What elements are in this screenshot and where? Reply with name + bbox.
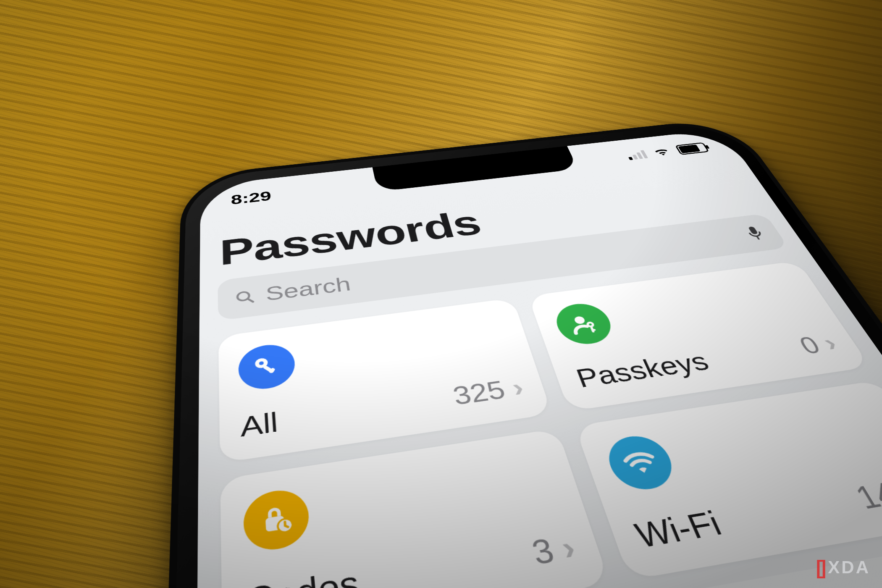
person-key-icon [551,301,618,347]
phone-body: 8:29 Passwords [0,117,882,588]
key-icon [238,342,297,393]
wifi-status-icon [651,147,672,157]
tile-codes-count: 3 [528,531,559,573]
watermark: [] XDA [816,556,870,579]
status-indicators [625,142,709,161]
tile-grid: All 325 › Passkeys [218,261,882,588]
tile-wifi[interactable]: Wi-Fi 145 › [575,380,882,580]
chevron-right-icon: › [508,373,527,402]
tile-all-count: 325 [450,375,509,411]
dictation-mic-icon[interactable] [741,224,768,242]
lock-clock-icon [243,486,311,554]
tile-wifi-label: Wi-Fi [630,504,727,556]
tile-codes-label: Codes [246,562,362,588]
battery-icon [675,142,709,155]
phone-screen: 8:29 Passwords [136,129,882,588]
svg-line-3 [757,236,759,239]
cellular-signal-icon [625,150,648,160]
svg-point-8 [573,316,586,325]
tile-passkeys-label: Passkeys [572,346,714,393]
scene: 8:29 Passwords [0,0,882,588]
chevron-right-icon: › [556,528,580,568]
wifi-icon [601,432,681,494]
watermark-bracket-icon: [] [816,556,824,579]
tile-all-label: All [240,406,279,443]
app-content: Passwords Search [136,163,882,588]
search-icon [234,288,256,306]
status-time: 8:29 [231,189,272,207]
tile-wifi-count: 145 [849,473,882,517]
watermark-text: XDA [828,557,870,578]
svg-line-1 [248,298,253,302]
